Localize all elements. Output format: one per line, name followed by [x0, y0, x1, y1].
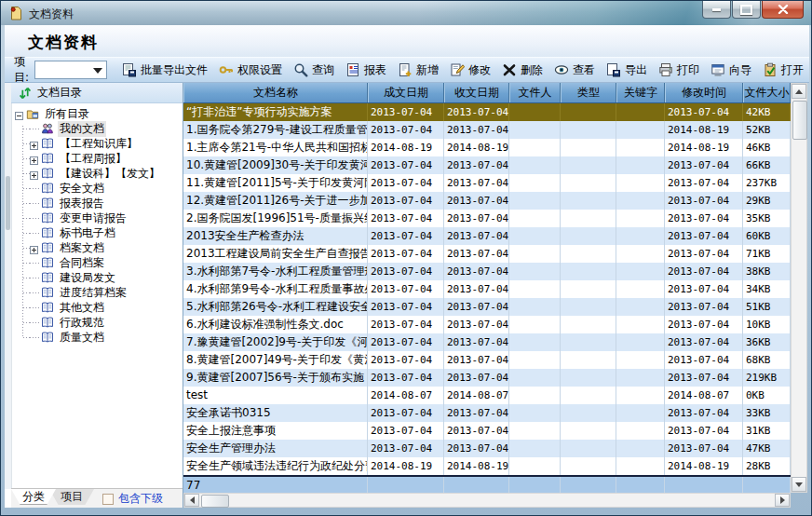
table-row[interactable]: 8.黄建管[2007]49号-关于印发《黄河水2013-07-042013-07…: [183, 351, 791, 369]
table-row[interactable]: 5.水利部第26号令-水利工程建设安全生2013-07-042013-07-04…: [183, 298, 791, 316]
tree-item-node[interactable]: 建设局发文: [11, 270, 183, 285]
column-header[interactable]: 关键字: [616, 83, 665, 102]
toolbar-button-wizard[interactable]: 向导: [705, 60, 757, 80]
tree-item-label[interactable]: 合同档案: [58, 255, 106, 271]
vertical-scrollbar[interactable]: [791, 83, 807, 493]
scroll-up-button[interactable]: [792, 84, 806, 99]
toolbar-button-delete[interactable]: 删除: [496, 60, 548, 80]
tree-item-label[interactable]: 安全文档: [58, 181, 106, 197]
plus-expander-icon[interactable]: [30, 140, 38, 148]
scroll-left-button[interactable]: [184, 494, 199, 507]
tree-item-root[interactable]: 所有目录: [11, 106, 183, 121]
tree-item-node[interactable]: 标书电子档: [11, 225, 183, 240]
horizontal-scroll-thumb[interactable]: [201, 495, 229, 508]
table-row[interactable]: 安全生产管理办法2013-07-042013-07-042013-07-0447…: [183, 440, 791, 457]
tree-item-node[interactable]: 其他文档: [11, 300, 183, 315]
minimize-button[interactable]: [702, 1, 731, 19]
project-combobox[interactable]: [34, 61, 107, 79]
sidebar-scrollbar-thumb[interactable]: [6, 176, 10, 230]
table-row[interactable]: test2014-08-072014-08-072014-08-070KB: [183, 387, 791, 404]
tree-item-node[interactable]: 报表报告: [11, 196, 183, 210]
tree-item-node[interactable]: 档案文档: [11, 240, 183, 255]
toolbar-button-export-file[interactable]: 批量导出文件: [116, 60, 213, 80]
table-row[interactable]: 6.水利建设标准强制性条文.doc2013-07-042013-07-04201…: [183, 316, 791, 333]
tab-分类[interactable]: 分类: [11, 489, 56, 505]
tree-item-node[interactable]: 行政规范: [11, 315, 183, 330]
plus-expander-icon[interactable]: [30, 155, 38, 163]
tree-item-label[interactable]: 我的文档: [58, 121, 106, 137]
tree-item-label[interactable]: 【工程周报】: [58, 151, 129, 167]
toolbar-button-search[interactable]: 查询: [288, 60, 340, 80]
table-row[interactable]: 10.黄建管[2009]30号-关于印发黄河下2013-07-042013-07…: [183, 156, 791, 174]
tree-item-label[interactable]: 标书电子档: [58, 225, 117, 241]
cell-modified: 2013-07-04: [665, 298, 743, 316]
tree-item-node[interactable]: 【建设科】【发文】: [11, 166, 183, 181]
plus-expander-icon[interactable]: [30, 244, 38, 252]
tree-item-label[interactable]: 变更申请报告: [58, 210, 129, 226]
table-row[interactable]: 安全承诺书03152013-07-042013-07-042013-07-043…: [183, 404, 791, 422]
table-row[interactable]: 2.国务院国发[1996]51号-质量振兴纲要2013-07-042013-07…: [183, 210, 791, 227]
table-row[interactable]: 11.黄建管[2011]5号-关于印发黄河防汛2013-07-042013-07…: [183, 174, 791, 192]
toolbar-button-key[interactable]: 权限设置: [213, 60, 288, 80]
toolbar-button-edit[interactable]: 修改: [444, 60, 496, 80]
toolbar-button-print[interactable]: 打印: [653, 60, 705, 80]
tree-item-node[interactable]: 进度结算档案: [11, 285, 183, 300]
table-row[interactable]: 1.国务院令第279号-建设工程质量管理2013-07-042013-07-04…: [183, 121, 791, 139]
tree-item-label[interactable]: 其他文档: [58, 300, 106, 316]
tree-item-node[interactable]: 【工程知识库】: [11, 136, 183, 151]
table-row[interactable]: 2013安全生产检查办法2013-07-042013-07-042013-07-…: [183, 227, 791, 245]
toolbar-button-open[interactable]: 打开: [757, 60, 809, 80]
toolbar-button-view[interactable]: 查看: [548, 60, 601, 80]
table-row[interactable]: 2013工程建设局前安全生产自查报告2013-07-042013-07-0420…: [183, 245, 791, 263]
tree-item-node[interactable]: 变更申请报告: [11, 210, 183, 225]
tree-item-label[interactable]: 进度结算档案: [58, 285, 129, 301]
column-header[interactable]: 文件人: [509, 83, 561, 102]
tree-item-node[interactable]: 质量文档: [11, 330, 183, 345]
table-row[interactable]: “打非治违”专项行动实施方案2013-07-042013-07-042013-0…: [183, 103, 791, 121]
tab-项目[interactable]: 项目: [49, 489, 94, 505]
table-row[interactable]: 7.豫黄建管[2002]9号-关于印发《河南2013-07-042013-07-…: [183, 333, 791, 351]
table-row[interactable]: 3.水利部第7号令-水利工程质量管理规2013-07-042013-07-042…: [183, 263, 791, 280]
table-row[interactable]: 安全上报注意事项2013-07-042013-07-042013-07-0431…: [183, 422, 791, 440]
plus-expander-icon[interactable]: [30, 170, 38, 178]
tree-item-label[interactable]: 【工程知识库】: [58, 136, 140, 152]
table-row[interactable]: 1.主席令第21号-中华人民共和国招标法2014-08-192014-08-19…: [183, 139, 791, 156]
tree-item-node[interactable]: 安全文档: [11, 181, 183, 196]
column-header[interactable]: 类型: [561, 83, 616, 102]
cell-received: 2013-07-04: [444, 316, 509, 333]
maximize-button[interactable]: [732, 1, 761, 19]
tree-item-label[interactable]: 行政规范: [58, 315, 106, 331]
column-header[interactable]: 文档名称: [183, 83, 368, 102]
horizontal-scrollbar[interactable]: [183, 493, 791, 508]
tree-item-node[interactable]: 【工程周报】: [11, 151, 183, 166]
column-header[interactable]: 收文日期: [444, 83, 509, 102]
minus-expander-icon[interactable]: [15, 110, 23, 118]
tree-item-label[interactable]: 质量文档: [58, 330, 106, 346]
title-bar[interactable]: 文档资料: [1, 1, 811, 25]
vertical-scroll-thumb[interactable]: [792, 101, 807, 140]
tree-item-label[interactable]: 报表报告: [58, 196, 106, 211]
table-row[interactable]: 12.黄建管[2011]26号-关于进一步加强2013-07-042013-07…: [183, 192, 791, 210]
tree-item-label[interactable]: 档案文档: [58, 240, 106, 256]
column-header[interactable]: 文件大小: [743, 83, 791, 102]
tree-item-label[interactable]: 建设局发文: [58, 270, 117, 286]
scroll-right-button[interactable]: [775, 494, 790, 507]
cell-type: [561, 280, 616, 298]
tree-item-label[interactable]: 所有目录: [43, 106, 91, 122]
refresh-icon[interactable]: [18, 86, 33, 101]
toolbar-button-report[interactable]: 报表: [340, 60, 392, 80]
tree-item-label[interactable]: 【建设科】【发文】: [58, 166, 162, 182]
scroll-down-button[interactable]: [792, 477, 806, 492]
table-row[interactable]: 9.黄建管[2007]56号-关于颁布实施《黄2013-07-042013-07…: [183, 369, 791, 387]
column-header[interactable]: 修改时间: [665, 83, 743, 102]
toolbar-button-export[interactable]: 导出: [601, 60, 653, 80]
tree-item-node[interactable]: 合同档案: [11, 255, 183, 270]
include-sub-checkbox[interactable]: [102, 494, 114, 505]
close-button[interactable]: [762, 1, 804, 19]
table-row[interactable]: 4.水利部第9号令-水利工程质量事故处2013-07-042013-07-042…: [183, 280, 791, 298]
tree-item-node[interactable]: 我的文档: [11, 121, 183, 136]
chevron-down-icon[interactable]: [93, 68, 102, 74]
column-header[interactable]: 成文日期: [368, 83, 444, 102]
table-row[interactable]: 安全生产领域违法违纪行为政纪处分暂2014-08-192014-08-19201…: [183, 457, 791, 475]
toolbar-button-new[interactable]: 新增: [392, 60, 444, 80]
